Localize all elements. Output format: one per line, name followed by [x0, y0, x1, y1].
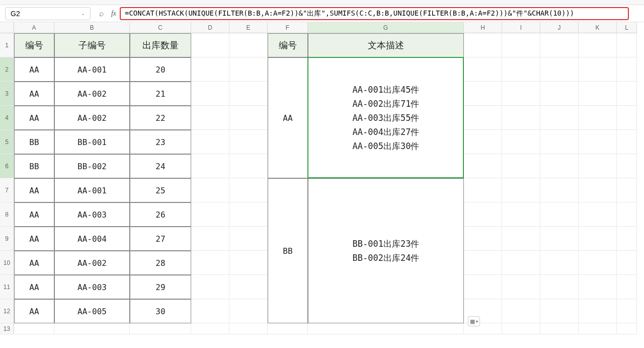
cell-K12[interactable] [579, 299, 617, 323]
cell-L11[interactable] [617, 275, 637, 299]
cell-A12[interactable]: AA [14, 299, 54, 323]
cell-J7[interactable] [540, 178, 579, 202]
cell-D8[interactable] [191, 202, 229, 227]
row-header-1[interactable]: 1 [0, 33, 14, 57]
cell-L7[interactable] [617, 178, 637, 202]
cell-J12[interactable] [540, 299, 579, 323]
name-box[interactable]: G2 ⌄ [5, 7, 91, 20]
cell-I8[interactable] [502, 202, 540, 227]
cell-E3[interactable] [229, 82, 268, 106]
cell-J6[interactable] [540, 154, 579, 178]
cell-K11[interactable] [579, 275, 617, 299]
cell-L8[interactable] [617, 202, 637, 227]
cell-J9[interactable] [540, 227, 579, 251]
cell-I13[interactable] [502, 323, 540, 334]
cell-E10[interactable] [229, 251, 268, 275]
cell-H10[interactable] [464, 251, 502, 275]
col-header-J[interactable]: J [540, 22, 579, 33]
cell-K3[interactable] [579, 82, 617, 106]
cell-B8[interactable]: AA-003 [54, 202, 130, 227]
cell-L10[interactable] [617, 251, 637, 275]
formula-input[interactable]: =CONCAT(HSTACK(UNIQUE(FILTER(B:B,A:A=F2)… [120, 7, 629, 20]
cell-J11[interactable] [540, 275, 579, 299]
cell-E7[interactable] [229, 178, 268, 202]
cell-L5[interactable] [617, 130, 637, 154]
row-header-5[interactable]: 5 [0, 130, 14, 154]
cell-D12[interactable] [191, 299, 229, 323]
cell-G2-merged[interactable]: AA-001出库45件 AA-002出库71件 AA-003出库55件 AA-0… [308, 57, 464, 178]
cell-I10[interactable] [502, 251, 540, 275]
cell-F2-merged[interactable]: AA [268, 57, 308, 178]
cell-E2[interactable] [229, 57, 268, 82]
cell-K7[interactable] [579, 178, 617, 202]
cell-C1[interactable]: 出库数量 [130, 33, 191, 57]
col-header-B[interactable]: B [54, 22, 130, 33]
cell-I12[interactable] [502, 299, 540, 323]
cell-A13[interactable] [14, 323, 54, 334]
cell-C11[interactable]: 29 [130, 275, 191, 299]
cell-C5[interactable]: 23 [130, 130, 191, 154]
cell-D6[interactable] [191, 154, 229, 178]
cell-C4[interactable]: 22 [130, 106, 191, 130]
cell-A3[interactable]: AA [14, 82, 54, 106]
cell-E9[interactable] [229, 227, 268, 251]
cell-E4[interactable] [229, 106, 268, 130]
row-header-6[interactable]: 6 [0, 154, 14, 178]
cell-L6[interactable] [617, 154, 637, 178]
cell-A6[interactable]: BB [14, 154, 54, 178]
cell-D5[interactable] [191, 130, 229, 154]
cell-H7[interactable] [464, 178, 502, 202]
cell-B3[interactable]: AA-002 [54, 82, 130, 106]
cell-B12[interactable]: AA-005 [54, 299, 130, 323]
cell-C13[interactable] [130, 323, 191, 334]
cell-H2[interactable] [464, 57, 502, 82]
col-header-I[interactable]: I [502, 22, 540, 33]
row-header-3[interactable]: 3 [0, 82, 14, 106]
row-header-13[interactable]: 13 [0, 323, 14, 334]
cell-I4[interactable] [502, 106, 540, 130]
cell-C9[interactable]: 27 [130, 227, 191, 251]
cell-C10[interactable]: 28 [130, 251, 191, 275]
cell-H6[interactable] [464, 154, 502, 178]
col-header-D[interactable]: D [191, 22, 229, 33]
cell-B5[interactable]: BB-001 [54, 130, 130, 154]
col-header-F[interactable]: F [268, 22, 308, 33]
cell-K6[interactable] [579, 154, 617, 178]
cell-L4[interactable] [617, 106, 637, 130]
col-header-A[interactable]: A [14, 22, 54, 33]
cell-L1[interactable] [617, 33, 637, 57]
cell-A10[interactable]: AA [14, 251, 54, 275]
cell-I7[interactable] [502, 178, 540, 202]
cell-C8[interactable]: 26 [130, 202, 191, 227]
cell-L2[interactable] [617, 57, 637, 82]
cell-K13[interactable] [579, 323, 617, 334]
cell-K8[interactable] [579, 202, 617, 227]
cell-C6[interactable]: 24 [130, 154, 191, 178]
row-header-12[interactable]: 12 [0, 299, 14, 323]
cell-E8[interactable] [229, 202, 268, 227]
cell-E11[interactable] [229, 275, 268, 299]
cell-D2[interactable] [191, 57, 229, 82]
cell-D10[interactable] [191, 251, 229, 275]
cell-G7-merged[interactable]: BB-001出库23件 BB-002出库24件 [308, 178, 464, 323]
cell-J13[interactable] [540, 323, 579, 334]
select-all-corner[interactable] [0, 22, 14, 33]
row-header-2[interactable]: 2 [0, 57, 14, 82]
cell-H3[interactable] [464, 82, 502, 106]
cell-H4[interactable] [464, 106, 502, 130]
cell-E6[interactable] [229, 154, 268, 178]
cell-L9[interactable] [617, 227, 637, 251]
cell-D4[interactable] [191, 106, 229, 130]
cell-E5[interactable] [229, 130, 268, 154]
cell-I5[interactable] [502, 130, 540, 154]
cell-A11[interactable]: AA [14, 275, 54, 299]
cell-A8[interactable]: AA [14, 202, 54, 227]
cell-H9[interactable] [464, 227, 502, 251]
cell-K2[interactable] [579, 57, 617, 82]
row-header-4[interactable]: 4 [0, 106, 14, 130]
col-header-C[interactable]: C [130, 22, 191, 33]
cell-J2[interactable] [540, 57, 579, 82]
cell-K5[interactable] [579, 130, 617, 154]
quick-analysis-icon[interactable]: ▦▾ [468, 316, 480, 326]
cell-B6[interactable]: BB-002 [54, 154, 130, 178]
